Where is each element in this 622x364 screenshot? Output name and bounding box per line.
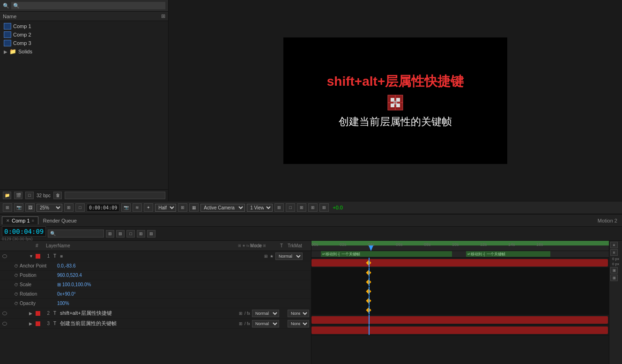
playhead-3[interactable]	[369, 325, 370, 335]
track-px-display: 0 px	[610, 257, 621, 261]
layer-2-expand-arrow[interactable]: ▶	[29, 311, 34, 316]
safe-zones-btn[interactable]: □	[286, 203, 295, 212]
layer-3-trkmat-select[interactable]: None	[288, 320, 309, 327]
prop-label-rotation: Rotation	[20, 291, 57, 297]
toggle-transparency-btn[interactable]: ▦	[189, 203, 199, 212]
comp-icon-2	[4, 31, 11, 38]
new-comp-btn[interactable]: 🎬	[14, 192, 22, 199]
prop-row-scale: ⏱ Scale ⊞ 100.0,100.0%	[0, 280, 311, 290]
prop-row-rotation: ⏱ Rotation 0x+90.0°	[0, 290, 311, 299]
track-row-2[interactable]	[311, 315, 622, 325]
prop-stopwatch-rotation[interactable]: ⏱	[14, 292, 20, 297]
layer-2-vis-toggle[interactable]	[2, 311, 7, 316]
playhead-prop-5	[369, 305, 370, 314]
layer-3-type-icon: T	[52, 320, 58, 327]
search-icon: 🔍	[3, 3, 9, 9]
fps-info: 0129 (30.00 fps)	[2, 237, 46, 241]
layer-3-expand-arrow[interactable]: ▶	[29, 321, 34, 326]
layer-3-num: 3	[42, 321, 50, 326]
layer-switch-btn[interactable]: ⊞	[137, 230, 145, 238]
new-solid-btn[interactable]: □	[25, 192, 34, 199]
layer-3-vis-toggle[interactable]	[2, 321, 7, 327]
add-marker-btn[interactable]: ⊞	[106, 230, 114, 238]
project-item-comp2[interactable]: Comp 2	[0, 30, 168, 39]
top-area: 🔍 Name ⊞ Comp 1 Comp 2 Comp 3 ▶ 📁 S	[0, 0, 622, 201]
track-remove-frame-btn[interactable]: ⊞	[610, 275, 618, 281]
search-input[interactable]	[11, 2, 165, 9]
quality-select[interactable]: Half	[155, 204, 176, 212]
prop-stopwatch-position[interactable]: ⏱	[14, 273, 20, 278]
comp-tab-1[interactable]: ✕ Comp 1 ≡	[2, 216, 38, 224]
fit-btn[interactable]: ⊞	[3, 203, 12, 212]
3d-btn[interactable]: ✦	[144, 203, 153, 212]
prop-label-position: Position	[20, 273, 57, 278]
new-folder-btn[interactable]: 📁	[3, 192, 11, 199]
comp-tab-close-icon[interactable]: ✕	[6, 218, 10, 223]
track-bar-1	[311, 259, 608, 267]
camera-select[interactable]: Active Camera	[200, 204, 245, 212]
pull-down-btn[interactable]: ⊞	[116, 230, 125, 238]
playhead-2[interactable]	[369, 315, 370, 325]
track-row-1[interactable]	[311, 258, 622, 268]
motion-path-row: ↵移动到 ┤ 一个关键帧 ↵移动到 ┤ 一个关键帧	[311, 251, 622, 258]
resolution-btn[interactable]: ⊞	[64, 203, 74, 212]
motion-blur-btn[interactable]: ≋	[133, 203, 142, 212]
motion-nav-bar-1[interactable]: ↵移动到 ┤ 一个关键帧	[321, 251, 452, 257]
tick-02s: 02s	[340, 242, 347, 247]
timeline-search-input[interactable]	[48, 230, 104, 238]
region-btn[interactable]: □	[75, 203, 85, 212]
grid-btn[interactable]: ⊞	[297, 203, 306, 212]
layer-1-mode-select[interactable]: Normal	[275, 253, 303, 260]
prop-stopwatch-scale[interactable]: ⏱	[14, 282, 20, 287]
playhead-prop-1	[369, 268, 370, 277]
motion-nav-bar-2[interactable]: ↵移动到 ┤ 一个关键帧	[466, 251, 550, 257]
prop-stopwatch-anchor[interactable]: ⏱	[14, 264, 20, 268]
rulers-btn[interactable]: ⊞	[308, 203, 318, 212]
delete-btn[interactable]: 🗑	[53, 192, 62, 199]
layer-3-mode-select[interactable]: Normal	[252, 320, 279, 327]
prop-label-anchor: Anchor Point	[20, 263, 57, 268]
snapshot-btn[interactable]: 📷	[14, 203, 23, 212]
layer-1-vis-toggle[interactable]	[2, 253, 7, 259]
prop-value-rotation[interactable]: 0x+90.0°	[57, 291, 76, 297]
svg-rect-5	[396, 104, 400, 107]
zoom-select[interactable]: 25%	[37, 204, 62, 212]
project-item-comp3[interactable]: Comp 3	[0, 39, 168, 47]
track-add-frame-btn[interactable]: ⊞	[610, 267, 618, 274]
comp-flowchart-btn[interactable]: ⊞	[178, 203, 187, 212]
layer-1-expand-arrow[interactable]: ▼	[29, 254, 34, 259]
mode-col-header: Mode	[250, 243, 277, 248]
project-search-bar[interactable]	[65, 192, 165, 199]
viewer-icon	[387, 94, 404, 111]
parent-btn[interactable]: ⊞	[147, 230, 156, 238]
project-item-name-comp3: Comp 3	[13, 40, 31, 46]
track-row-3[interactable]	[311, 325, 622, 335]
show-snapshot-btn[interactable]: 🖼	[25, 203, 35, 212]
camera-tool-btn[interactable]: 📷	[121, 203, 131, 212]
view-layout-btn[interactable]: ⊞	[274, 203, 284, 212]
work-area-bar[interactable]	[311, 241, 622, 245]
prop-value-opacity[interactable]: 100%	[57, 301, 69, 306]
timeline-main: # LayerName ⊞ ★ fx ⊞ ⊞ ⊞ ⊞ Mode T TrkMat	[0, 241, 622, 364]
prop-value-position[interactable]: 960.0,520.4	[57, 273, 82, 278]
track-scroll-up[interactable]: ≡	[610, 242, 618, 248]
new-solid-btn2[interactable]: □	[126, 230, 135, 238]
track-prop-anchor	[311, 268, 622, 277]
view-select[interactable]: 1 View	[247, 204, 273, 212]
prop-value-anchor[interactable]: 0.0,-83.6	[57, 263, 75, 268]
layer-2-trkmat-select[interactable]: None	[288, 310, 309, 317]
project-item-solids[interactable]: ▶ 📁 Solids	[0, 47, 168, 56]
track-collapse-btn[interactable]: ≡	[610, 249, 618, 256]
playhead[interactable]	[369, 258, 370, 267]
comp-tab-menu-icon[interactable]: ≡	[32, 218, 34, 223]
project-item-comp1[interactable]: Comp 1	[0, 22, 168, 30]
snap-btn[interactable]: ⊞	[319, 203, 329, 212]
prop-row-position: ⏱ Position 960.0,520.4	[0, 271, 311, 280]
timeline-controls: 0:00:04:09 0129 (30.00 fps) ⊞ ⊞ □ ⊞ ⊞	[0, 227, 622, 241]
viewer-text-2: 创建当前层属性的关键帧	[339, 115, 452, 129]
layer-2-mode-select[interactable]: Normal	[252, 310, 279, 317]
layer-2-num: 2	[42, 311, 50, 316]
prop-value-scale[interactable]: ⊞ 100.0,100.0%	[57, 282, 91, 287]
render-queue-btn[interactable]: Render Queue	[40, 218, 80, 223]
prop-stopwatch-opacity[interactable]: ⏱	[14, 301, 20, 306]
